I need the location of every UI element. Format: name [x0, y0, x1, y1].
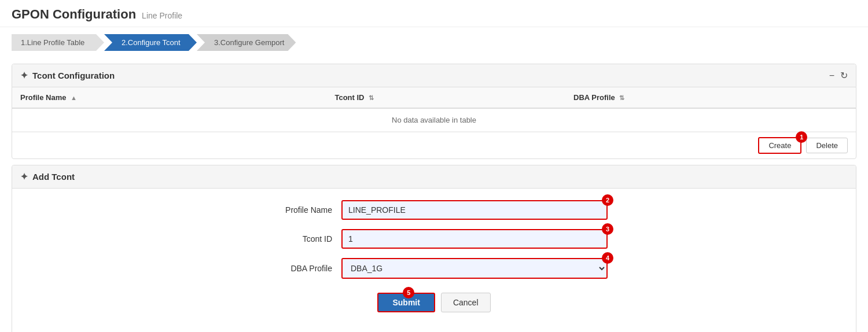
page-subtitle: Line Profile [142, 11, 182, 20]
tcont-config-title: Tcont Configuration [32, 71, 115, 80]
tcont-config-section: ✦ Tcont Configuration − ↻ Profile Name ▲… [12, 64, 856, 159]
wizard-step-2-label: 2.Configure Tcont [122, 38, 181, 47]
col-profile-name[interactable]: Profile Name ▲ [12, 87, 326, 108]
sort-icon-tcont: ⇅ [369, 94, 374, 102]
create-button[interactable]: Create [758, 137, 801, 154]
dba-profile-select[interactable]: DBA_1G DBA_100M DBA_10M [341, 258, 608, 279]
col-dba-profile[interactable]: DBA Profile ⇅ [565, 87, 856, 108]
table-wrapper: Profile Name ▲ Tcont ID ⇅ DBA Profile ⇅ … [12, 87, 856, 132]
section-header: ✦ Tcont Configuration − ↻ [12, 64, 856, 87]
empty-message: No data available in table [12, 108, 856, 132]
table-actions: 1 Create Delete [12, 132, 856, 158]
form-actions: 5 Submit Cancel [377, 293, 490, 312]
table-body: No data available in table [12, 108, 856, 132]
refresh-button[interactable]: ↻ [840, 70, 848, 81]
tcont-id-label: Tcont ID [260, 234, 341, 244]
wizard-step-3[interactable]: 3.Configure Gemport [197, 34, 296, 51]
wizard-steps: 1.Line Profile Table 2.Configure Tcont 3… [0, 27, 868, 58]
add-section-header: ✦ Add Tcont [12, 165, 856, 189]
dba-profile-label: DBA Profile [260, 264, 341, 273]
page-header: GPON Configuration Line Profile [0, 0, 868, 27]
puzzle-icon: ✦ [20, 70, 28, 81]
delete-button[interactable]: Delete [806, 138, 848, 153]
tcont-id-input[interactable] [341, 229, 608, 249]
dba-profile-wrap: DBA_1G DBA_100M DBA_10M 4 [341, 258, 608, 279]
submit-btn-wrap: 5 Submit [377, 293, 435, 312]
profile-name-label: Profile Name [260, 205, 341, 215]
table-head: Profile Name ▲ Tcont ID ⇅ DBA Profile ⇅ [12, 87, 856, 108]
form-area: Foro|SP Profile Name 2 Tcont ID 3 DBA Pr… [12, 189, 856, 324]
form-row-tcont-id: Tcont ID 3 [260, 229, 608, 249]
section-controls: − ↻ [829, 70, 848, 81]
add-tcont-title: Add Tcont [32, 172, 75, 182]
wizard-step-1[interactable]: 1.Line Profile Table [12, 34, 104, 51]
tcont-table: Profile Name ▲ Tcont ID ⇅ DBA Profile ⇅ … [12, 87, 856, 132]
col-tcont-id[interactable]: Tcont ID ⇅ [326, 87, 565, 108]
add-puzzle-icon: ✦ [20, 171, 28, 182]
profile-name-wrap: 2 [341, 200, 608, 220]
profile-name-input[interactable] [341, 200, 608, 220]
wizard-step-2[interactable]: 2.Configure Tcont [104, 34, 197, 51]
form-row-profile-name: Profile Name 2 [260, 200, 608, 220]
badge-4: 4 [602, 252, 613, 264]
wizard-step-1-label: 1.Line Profile Table [21, 38, 84, 47]
sort-icon-profile: ▲ [71, 94, 77, 101]
badge-5: 5 [403, 287, 414, 298]
minimize-button[interactable]: − [829, 71, 834, 81]
empty-row: No data available in table [12, 108, 856, 132]
section-title: ✦ Tcont Configuration [20, 70, 115, 81]
wizard-step-3-label: 3.Configure Gemport [214, 38, 284, 47]
tcont-id-wrap: 3 [341, 229, 608, 249]
cancel-button[interactable]: Cancel [441, 293, 491, 312]
badge-3: 3 [602, 223, 613, 235]
badge-1: 1 [796, 131, 807, 143]
add-tcont-section: ✦ Add Tcont Foro|SP Profile Name 2 Tcont… [12, 165, 856, 332]
badge-2: 2 [602, 194, 613, 206]
page-title: GPON Configuration [12, 7, 136, 22]
sort-icon-dba: ⇅ [619, 94, 624, 102]
form-row-dba-profile: DBA Profile DBA_1G DBA_100M DBA_10M 4 [260, 258, 608, 279]
create-btn-wrap: 1 Create [758, 137, 801, 154]
